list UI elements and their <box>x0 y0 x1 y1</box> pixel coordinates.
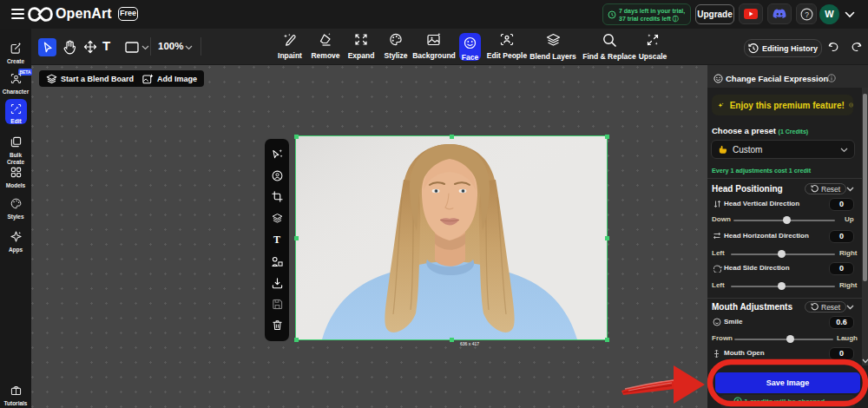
svg-text:?: ? <box>805 10 809 18</box>
